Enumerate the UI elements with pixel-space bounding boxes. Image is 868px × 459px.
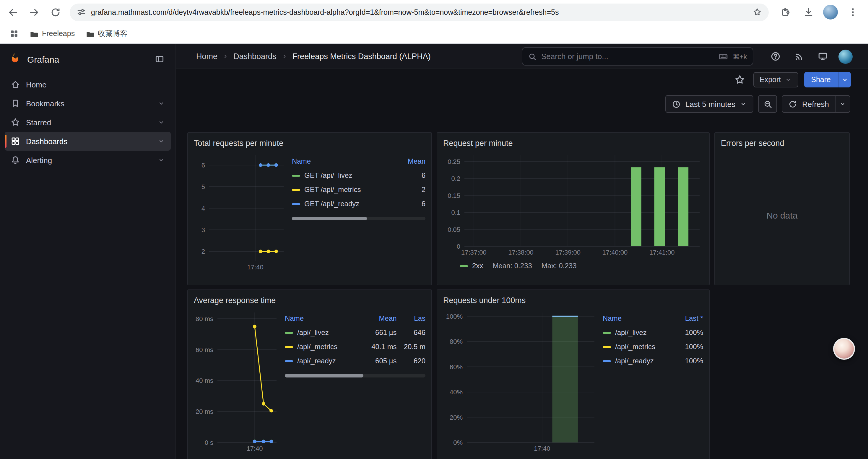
panel-body: 6543217:40NameMeanGET /api/_livez6GET /a… xyxy=(194,151,426,280)
search-input[interactable] xyxy=(541,52,714,61)
chart-area[interactable]: 0.250.20.150.10.05017:37:0017:38:0017:39… xyxy=(443,151,703,257)
favorite-dashboard-button[interactable] xyxy=(732,72,747,88)
panel-body: No data xyxy=(721,151,843,280)
zoom-out-button[interactable] xyxy=(758,95,777,113)
panel-body: 80 ms60 ms40 ms20 ms0 s17:40NameMeanLas/… xyxy=(194,308,426,459)
url-text[interactable]: grafana.mathmast.com/d/deytv4rwavabkb/fr… xyxy=(91,8,747,16)
help-button[interactable] xyxy=(768,49,783,64)
home-icon xyxy=(11,80,20,89)
legend-scrollbar[interactable] xyxy=(285,374,426,378)
legend-label[interactable]: /api/_metrics xyxy=(603,340,678,354)
assistant-avatar[interactable] xyxy=(833,338,855,360)
scrollbar-thumb[interactable] xyxy=(285,374,364,378)
legend-header-name[interactable]: Name xyxy=(603,311,678,326)
legend-header-mean[interactable]: Mean xyxy=(371,311,397,326)
export-button[interactable]: Export xyxy=(753,72,798,88)
legend-label[interactable]: /api/_readyz xyxy=(603,354,678,368)
chevron-down-icon[interactable] xyxy=(158,157,165,164)
chevron-down-icon xyxy=(841,76,848,83)
forward-arrow-button[interactable] xyxy=(26,4,42,21)
breadcrumb-item[interactable]: Dashboards xyxy=(234,52,277,61)
legend-label[interactable]: GET /api/_readyz xyxy=(292,197,401,211)
svg-text:80%: 80% xyxy=(450,338,463,345)
extensions-button[interactable] xyxy=(777,4,794,21)
sidebar-item-home[interactable]: Home xyxy=(5,75,171,94)
panel-title[interactable]: Errors per second xyxy=(721,136,843,151)
kebab-menu-icon xyxy=(848,7,858,17)
legend-label[interactable]: GET /api/_metrics xyxy=(292,183,401,197)
rss-button[interactable] xyxy=(791,49,807,64)
chart-area[interactable]: 100%80%60%40%20%0%17:40 xyxy=(443,308,598,453)
legend-label[interactable]: /api/_readyz xyxy=(285,354,364,368)
legend-label[interactable]: 2xx xyxy=(460,262,483,270)
panel-title[interactable]: Average response time xyxy=(194,294,426,308)
chart-area[interactable]: 80 ms60 ms40 ms20 ms0 s17:40 xyxy=(194,308,280,453)
legend-label[interactable]: /api/_metrics xyxy=(285,340,364,354)
refresh-button[interactable]: Refresh xyxy=(782,95,836,113)
legend-header-name[interactable]: Name xyxy=(285,311,364,326)
scrollbar-thumb[interactable] xyxy=(292,217,367,220)
legend-header-last[interactable]: Last * xyxy=(685,311,703,326)
profile-avatar[interactable] xyxy=(823,5,838,20)
kebab-menu-button[interactable] xyxy=(844,4,861,21)
collapse-sidebar-button[interactable] xyxy=(152,52,167,67)
chart[interactable]: 0.250.20.150.10.05017:37:0017:38:0017:39… xyxy=(443,151,703,257)
legend-scrollbar[interactable] xyxy=(292,217,426,220)
legend-label[interactable]: GET /api/_livez xyxy=(292,168,401,183)
refresh-interval-button[interactable] xyxy=(836,95,850,113)
share-menu-button[interactable] xyxy=(838,72,851,88)
reload-button[interactable] xyxy=(47,4,64,21)
chevron-right-icon xyxy=(281,53,288,60)
panel-title[interactable]: Requests under 100ms xyxy=(443,294,703,308)
user-avatar[interactable] xyxy=(838,49,852,64)
chart[interactable]: 6543217:40 xyxy=(194,151,287,272)
bookmark-star-icon[interactable] xyxy=(753,8,762,17)
grafana-logo[interactable] xyxy=(8,53,21,66)
chevron-down-icon[interactable] xyxy=(158,138,165,145)
legend-label[interactable]: /api/_livez xyxy=(603,326,678,340)
sidebar-item-alerting[interactable]: Alerting xyxy=(5,151,171,169)
svg-text:0.05: 0.05 xyxy=(447,226,460,233)
chevron-down-icon[interactable] xyxy=(158,119,165,126)
chevron-down-icon[interactable] xyxy=(158,100,165,107)
legend-value: 100% xyxy=(685,326,703,340)
legend-header-name[interactable]: Name xyxy=(292,154,401,168)
svg-text:0.15: 0.15 xyxy=(447,192,460,199)
chevron-down-icon xyxy=(740,100,747,107)
bookmark-item[interactable]: 收藏博客 xyxy=(85,29,127,39)
panel-title[interactable]: Total requests per minute xyxy=(194,136,426,151)
svg-text:40%: 40% xyxy=(450,388,463,396)
help-icon xyxy=(770,52,780,61)
chart[interactable]: 80 ms60 ms40 ms20 ms0 s17:40 xyxy=(194,308,280,453)
apps-grid-icon[interactable] xyxy=(9,29,19,38)
panel-average-response-time: Average response time80 ms60 ms40 ms20 m… xyxy=(187,290,432,459)
download-button[interactable] xyxy=(800,4,816,21)
svg-text:6: 6 xyxy=(202,162,205,169)
series-name: GET /api/_livez xyxy=(304,171,352,179)
breadcrumb-item[interactable]: Home xyxy=(196,52,217,61)
export-label: Export xyxy=(760,76,781,84)
folder-icon xyxy=(30,29,38,38)
omnibox[interactable]: grafana.mathmast.com/d/deytv4rwavabkb/fr… xyxy=(70,3,769,21)
tune-icon[interactable] xyxy=(77,8,86,17)
series-name: /api/_readyz xyxy=(297,357,336,365)
sidebar-item-bookmarks[interactable]: Bookmarks xyxy=(5,94,171,113)
search-box[interactable]: ⌘+k xyxy=(522,47,753,66)
chart[interactable]: 100%80%60%40%20%0%17:40 xyxy=(443,308,598,453)
monitor-button[interactable] xyxy=(815,49,830,64)
share-button[interactable]: Share xyxy=(804,72,838,88)
panel-title[interactable]: Request per minute xyxy=(443,136,703,151)
legend-label[interactable]: /api/_livez xyxy=(285,326,364,340)
chart-area[interactable]: 6543217:40 xyxy=(194,151,287,272)
sidebar-item-dashboards[interactable]: Dashboards xyxy=(5,132,171,151)
legend-value: 620 xyxy=(404,354,426,368)
legend: 2xxMean: 0.233Max: 0.233 xyxy=(443,262,703,270)
time-range-picker[interactable]: Last 5 minutes xyxy=(665,95,754,113)
sidebar-item-starred[interactable]: Starred xyxy=(5,113,171,132)
panel-request-per-minute: Request per minute0.250.20.150.10.05017:… xyxy=(437,132,710,285)
legend-header-las[interactable]: Las xyxy=(404,311,426,326)
legend-header-mean[interactable]: Mean xyxy=(408,154,426,168)
back-arrow-button[interactable] xyxy=(5,4,21,21)
legend-value: 6 xyxy=(408,197,426,211)
bookmark-item[interactable]: Freeleaps xyxy=(30,29,75,38)
